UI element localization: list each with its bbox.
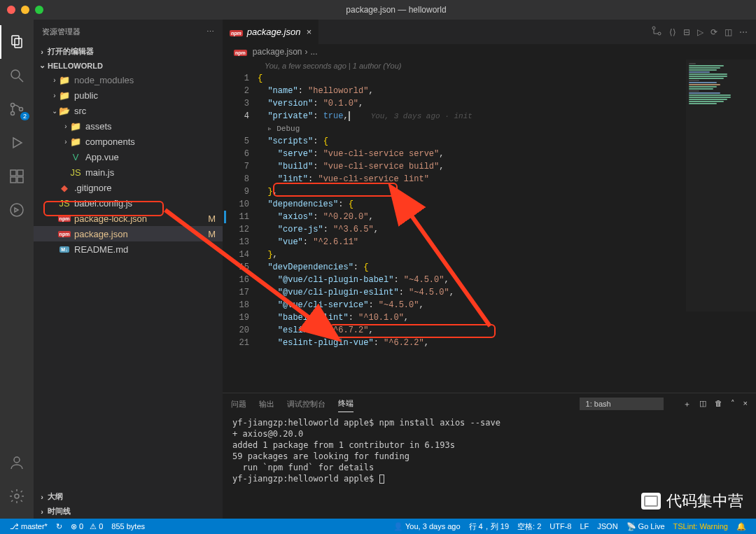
problems-errors[interactable]: ⊗ 0 ⚠ 0 — [66, 522, 107, 531]
file-size[interactable]: 855 bytes — [107, 522, 149, 531]
new-terminal-icon[interactable]: ＋ — [683, 399, 691, 409]
explorer-view-icon[interactable] — [0, 25, 34, 59]
status-bar: ⎇master* ↻ ⊗ 0 ⚠ 0 855 bytes 👤You, 3 day… — [0, 519, 756, 534]
folder-icon: 📁 — [70, 136, 81, 147]
compare-changes-icon[interactable] — [651, 25, 662, 38]
debug-view-icon[interactable] — [0, 126, 34, 160]
svg-rect-9 — [18, 170, 23, 176]
minimize-window[interactable] — [21, 6, 29, 14]
split-editor-icon[interactable]: ◫ — [724, 27, 732, 37]
js-file-icon: JS — [59, 197, 70, 209]
gitlens-authors[interactable]: You, a few seconds ago | 1 author (You) — [223, 59, 756, 72]
folder-src[interactable]: ⌄📂src — [34, 103, 223, 118]
svg-point-14 — [15, 494, 19, 498]
search-view-icon[interactable] — [0, 59, 34, 92]
file-main-js[interactable]: JSmain.js — [34, 164, 223, 180]
sidebar-more-icon[interactable]: ⋯ — [206, 27, 214, 36]
npm-file-icon: npm — [59, 213, 70, 224]
folder-assets[interactable]: ›📁assets — [34, 118, 223, 134]
eol[interactable]: LF — [575, 521, 593, 532]
open-changes-icon[interactable]: ⟨⟩ — [669, 27, 676, 37]
panel-tab-problems[interactable]: 问题 — [231, 396, 246, 412]
go-live[interactable]: 📡Go Live — [622, 521, 669, 532]
git-sync[interactable]: ↻ — [52, 522, 66, 531]
person-icon: 👤 — [393, 522, 403, 531]
svg-rect-1 — [15, 38, 22, 48]
folder-node-modules[interactable]: ›📁node_modules — [34, 72, 223, 87]
js-file-icon: JS — [70, 167, 81, 178]
cursor-position[interactable]: 行 4，列 19 — [465, 521, 513, 532]
panel-tab-terminal[interactable]: 终端 — [338, 395, 354, 412]
outline-section[interactable]: ›大纲 — [34, 489, 223, 504]
scm-view-icon[interactable]: 2 — [0, 92, 34, 126]
extensions-view-icon[interactable] — [0, 160, 34, 193]
editor-area: npm package.json × ⟨⟩ ⊟ ▷ ⟳ ◫ ⋯ npm pack… — [223, 20, 756, 519]
file-readme[interactable]: M↓README.md — [34, 241, 223, 257]
markdown-file-icon: M↓ — [59, 244, 70, 255]
maximize-panel-icon[interactable]: ˄ — [731, 399, 735, 409]
accounts-icon[interactable] — [0, 446, 34, 479]
more-actions-icon[interactable]: ⋯ — [739, 27, 748, 37]
code-editor[interactable]: 123456789101112131415161718192021 { "nam… — [223, 72, 756, 393]
folder-components[interactable]: ›📁components — [34, 134, 223, 149]
panel-tab-output[interactable]: 输出 — [259, 396, 274, 412]
file-gitignore[interactable]: ◆.gitignore — [34, 180, 223, 195]
npm-file-icon: npm — [234, 47, 247, 57]
gitlens-blame[interactable]: 👤You, 3 days ago — [389, 521, 465, 532]
minimap[interactable] — [686, 59, 756, 311]
git-modified-badge: M — [208, 213, 216, 224]
sidebar: 资源管理器 ⋯ ›打开的编辑器 ⌄HELLOWORLD ›📁node_modul… — [34, 20, 223, 519]
git-branch[interactable]: ⎇master* — [6, 522, 52, 531]
file-babel-config[interactable]: JSbabel.config.js — [34, 195, 223, 211]
folder-icon: 📁 — [59, 74, 70, 85]
panel-tab-debug-console[interactable]: 调试控制台 — [287, 396, 326, 412]
svg-rect-11 — [18, 177, 23, 183]
close-tab-icon[interactable]: × — [306, 27, 312, 37]
run-icon[interactable]: ▷ — [697, 27, 704, 37]
settings-gear-icon[interactable] — [0, 479, 34, 513]
file-package-lock[interactable]: npmpackage-lock.json M — [34, 211, 223, 226]
wechat-icon — [641, 493, 661, 510]
git-modified-badge: M — [208, 229, 216, 239]
encoding[interactable]: UTF-8 — [545, 521, 575, 532]
tab-package-json[interactable]: npm package.json × — [223, 20, 318, 44]
indentation[interactable]: 空格: 2 — [513, 521, 545, 532]
folder-public[interactable]: ›📁public — [34, 87, 223, 103]
folder-icon: 📁 — [70, 120, 81, 132]
scm-badge: 2 — [20, 112, 29, 120]
svg-marker-7 — [13, 138, 22, 148]
folder-icon: 📁 — [59, 90, 70, 101]
tslint-status[interactable]: TSLint: Warning — [669, 521, 732, 532]
open-editors-section[interactable]: ›打开的编辑器 — [34, 44, 223, 59]
maximize-window[interactable] — [35, 6, 43, 14]
panel-tabs: 问题 输出 调试控制台 终端 1: bash ＋ ◫ 🗑 ˄ × — [223, 393, 756, 414]
svg-rect-0 — [12, 36, 19, 45]
history-icon[interactable]: ⟳ — [710, 27, 718, 37]
toggle-icon[interactable]: ⊟ — [683, 27, 690, 37]
titlebar: package.json — helloworld — [0, 0, 756, 20]
window-title: package.json — helloworld — [43, 5, 749, 15]
split-terminal-icon[interactable]: ◫ — [699, 399, 706, 409]
code-content[interactable]: { "name": "helloworld", "version": "0.1.… — [258, 72, 756, 393]
sidebar-title: 资源管理器 — [42, 27, 80, 37]
svg-point-12 — [10, 204, 23, 216]
svg-point-2 — [11, 70, 20, 78]
kill-terminal-icon[interactable]: 🗑 — [715, 399, 722, 409]
gitlens-view-icon[interactable] — [0, 193, 34, 227]
language-mode[interactable]: JSON — [593, 521, 622, 532]
project-section[interactable]: ⌄HELLOWORLD — [34, 59, 223, 72]
broadcast-icon: 📡 — [626, 522, 636, 531]
svg-point-16 — [658, 32, 661, 35]
close-panel-icon[interactable]: × — [743, 399, 748, 409]
file-package-json[interactable]: npmpackage.json M — [34, 226, 223, 241]
svg-point-13 — [14, 457, 20, 463]
svg-rect-10 — [10, 177, 16, 183]
close-window[interactable] — [7, 6, 15, 14]
svg-point-6 — [20, 108, 23, 111]
notifications-icon[interactable]: 🔔 — [732, 521, 750, 532]
timeline-section[interactable]: ›时间线 — [34, 504, 223, 519]
breadcrumb[interactable]: npm package.json › ... — [223, 44, 756, 59]
terminal-selector[interactable]: 1: bash — [580, 398, 664, 410]
branch-icon: ⎇ — [10, 522, 19, 531]
file-app-vue[interactable]: VApp.vue — [34, 149, 223, 164]
